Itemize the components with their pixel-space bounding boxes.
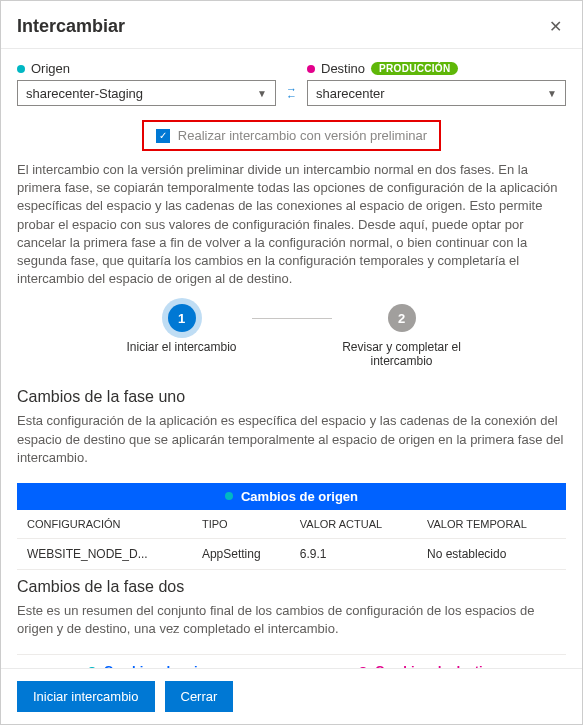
table-row: WEBSITE_NODE_D... AppSetting 6.9.1 No es… — [17, 538, 566, 569]
close-button[interactable]: ✕ — [545, 13, 566, 40]
chevron-down-icon: ▼ — [257, 88, 267, 99]
preview-checkbox[interactable]: ✓ — [156, 129, 170, 143]
source-select[interactable]: sharecenter-Staging ▼ — [17, 80, 276, 106]
step-1: 1 Iniciar el intercambio — [112, 304, 252, 354]
source-select-value: sharecenter-Staging — [26, 86, 143, 101]
close-icon: ✕ — [549, 18, 562, 35]
step-1-label: Iniciar el intercambio — [126, 340, 236, 354]
dialog-title: Intercambiar — [17, 16, 125, 37]
cell-temp: No establecido — [417, 538, 566, 569]
col-current: VALOR ACTUAL — [290, 510, 417, 539]
phase1-desc: Esta configuración de la aplicación es e… — [17, 412, 566, 467]
phase2-title: Cambios de la fase dos — [17, 578, 566, 596]
target-col: Destino PRODUCCIÓN sharecenter ▼ — [307, 61, 566, 106]
close-dialog-button[interactable]: Cerrar — [165, 681, 234, 712]
chevron-down-icon: ▼ — [547, 88, 557, 99]
phase2-desc: Este es un resumen del conjunto final de… — [17, 602, 566, 638]
target-select[interactable]: sharecenter ▼ — [307, 80, 566, 106]
target-label-row: Destino PRODUCCIÓN — [307, 61, 566, 76]
source-label: Origen — [31, 61, 70, 76]
slot-selectors-row: Origen sharecenter-Staging ▼ → ← Destino… — [17, 61, 566, 106]
phase2-tabs: Cambios de origen Cambios de destino — [17, 654, 566, 668]
step-connector — [252, 318, 332, 319]
dialog-footer: Iniciar intercambio Cerrar — [1, 668, 582, 724]
production-badge: PRODUCCIÓN — [371, 62, 458, 75]
target-select-value: sharecenter — [316, 86, 385, 101]
start-swap-button[interactable]: Iniciar intercambio — [17, 681, 155, 712]
steps-indicator: 1 Iniciar el intercambio 2 Revisar y com… — [17, 304, 566, 368]
swap-direction-icon: → ← — [284, 80, 299, 106]
col-type: TIPO — [192, 510, 290, 539]
dialog-header: Intercambiar ✕ — [1, 1, 582, 49]
phase1-table-header: Cambios de origen — [17, 483, 566, 510]
step-1-circle: 1 — [168, 304, 196, 332]
phase1-table-title: Cambios de origen — [241, 489, 358, 504]
phase1-table: CONFIGURACIÓN TIPO VALOR ACTUAL VALOR TE… — [17, 510, 566, 570]
preview-description: El intercambio con la versión preliminar… — [17, 161, 566, 288]
preview-swap-option: ✓ Realizar intercambio con versión preli… — [142, 120, 441, 151]
cell-current: 6.9.1 — [290, 538, 417, 569]
cell-type: AppSetting — [192, 538, 290, 569]
source-col: Origen sharecenter-Staging ▼ — [17, 61, 276, 106]
source-bullet-icon — [17, 65, 25, 73]
table-header-row: CONFIGURACIÓN TIPO VALOR ACTUAL VALOR TE… — [17, 510, 566, 539]
dialog-content: Origen sharecenter-Staging ▼ → ← Destino… — [1, 49, 582, 668]
source-bullet-icon — [225, 492, 233, 500]
step-2: 2 Revisar y completar el intercambio — [332, 304, 472, 368]
col-config: CONFIGURACIÓN — [17, 510, 192, 539]
target-label: Destino — [321, 61, 365, 76]
tab-target-changes[interactable]: Cambios de destino — [292, 655, 567, 668]
cell-config: WEBSITE_NODE_D... — [17, 538, 192, 569]
tab-source-changes[interactable]: Cambios de origen — [17, 655, 292, 668]
step-2-circle: 2 — [388, 304, 416, 332]
col-temp: VALOR TEMPORAL — [417, 510, 566, 539]
preview-checkbox-label: Realizar intercambio con versión prelimi… — [178, 128, 427, 143]
phase1-title: Cambios de la fase uno — [17, 388, 566, 406]
target-bullet-icon — [307, 65, 315, 73]
step-2-label: Revisar y completar el intercambio — [332, 340, 472, 368]
source-label-row: Origen — [17, 61, 276, 76]
